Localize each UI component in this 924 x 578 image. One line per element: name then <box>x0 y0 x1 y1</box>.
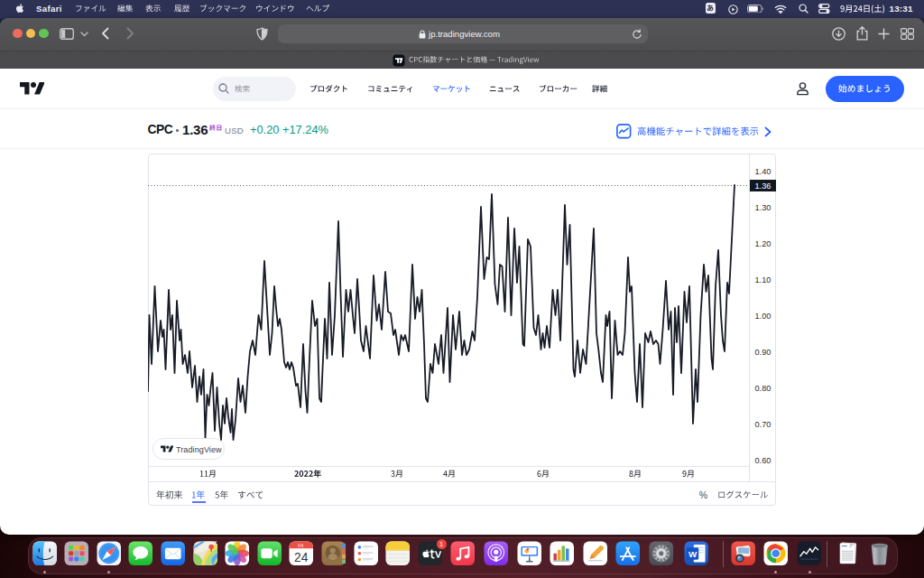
svg-text:W: W <box>688 549 698 559</box>
svg-text:24: 24 <box>294 551 309 564</box>
